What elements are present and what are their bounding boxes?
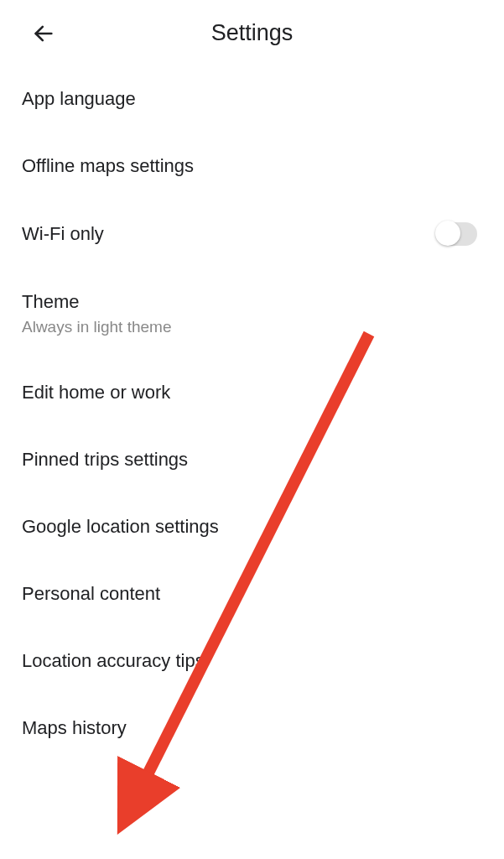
setting-theme[interactable]: Theme Always in light theme xyxy=(22,268,482,359)
setting-app-language[interactable]: App language xyxy=(22,65,482,133)
back-button[interactable] xyxy=(30,20,57,47)
setting-label: Wi-Fi only xyxy=(22,223,104,245)
setting-label: Personal content xyxy=(22,583,160,605)
setting-label: Maps history xyxy=(22,717,127,739)
setting-label: App language xyxy=(22,88,136,110)
setting-label: Google location settings xyxy=(22,516,219,538)
wifi-only-toggle[interactable] xyxy=(437,222,477,246)
back-arrow-icon xyxy=(32,22,55,45)
setting-personal-content[interactable]: Personal content xyxy=(22,560,482,627)
setting-sublabel: Always in light theme xyxy=(22,318,171,336)
toggle-thumb xyxy=(435,221,460,246)
setting-wifi-only[interactable]: Wi-Fi only xyxy=(22,200,482,268)
setting-text-block: Theme Always in light theme xyxy=(22,291,171,336)
setting-label: Edit home or work xyxy=(22,382,170,403)
setting-edit-home-work[interactable]: Edit home or work xyxy=(22,359,482,426)
setting-location-accuracy[interactable]: Location accuracy tips xyxy=(22,627,482,695)
header: Settings xyxy=(0,0,504,65)
settings-list: App language Offline maps settings Wi-Fi… xyxy=(0,65,504,762)
setting-label: Pinned trips settings xyxy=(22,449,188,471)
setting-google-location[interactable]: Google location settings xyxy=(22,493,482,560)
setting-label: Location accuracy tips xyxy=(22,650,205,672)
setting-label: Theme xyxy=(22,291,171,313)
setting-maps-history[interactable]: Maps history xyxy=(22,695,482,762)
setting-pinned-trips[interactable]: Pinned trips settings xyxy=(22,426,482,493)
page-title: Settings xyxy=(22,20,482,46)
setting-label: Offline maps settings xyxy=(22,155,194,177)
setting-offline-maps[interactable]: Offline maps settings xyxy=(22,133,482,200)
